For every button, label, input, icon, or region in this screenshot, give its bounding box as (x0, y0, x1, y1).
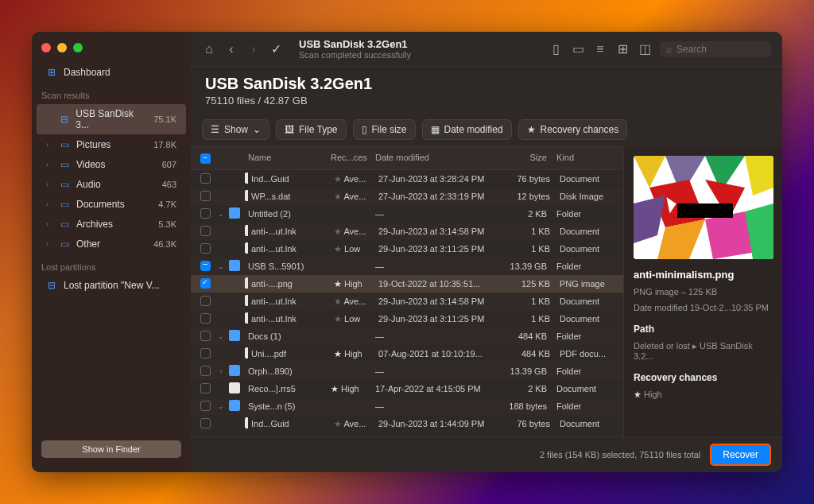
file-row[interactable]: Ind...Guid★ Ave...29-Jun-2023 at 1:44:09… (191, 415, 623, 432)
row-checkbox[interactable] (200, 383, 211, 394)
file-row[interactable]: Ind...Guid★ Ave...27-Jun-2023 at 3:28:24… (191, 170, 623, 188)
dashboard-link[interactable]: ⊞ Dashboard (37, 63, 186, 82)
file-row[interactable]: anti-...ut.lnk★ Ave...29-Jun-2023 at 3:1… (191, 293, 623, 310)
file-name: Ind...Guid (248, 417, 331, 431)
recovery-chance (328, 211, 372, 216)
item-count: 607 (162, 160, 176, 169)
file-size: 12 bytes (507, 189, 553, 204)
expand-toggle[interactable] (216, 194, 232, 199)
expand-toggle[interactable] (216, 299, 232, 304)
row-checkbox[interactable] (200, 296, 211, 306)
recovery-value: ★ High (634, 390, 773, 400)
file-row[interactable]: ⌄USB S...5901)—13.39 GBFolder (191, 258, 623, 275)
file-row[interactable]: anti-...ut.lnk★ Low29-Jun-2023 at 3:11:2… (191, 240, 623, 258)
recovery-header[interactable]: Rec...ces (328, 150, 372, 166)
file-row[interactable]: ⌄Syste...n (5)—188 bytesFolder (191, 397, 623, 415)
document-view-icon[interactable]: ▯ (548, 42, 563, 56)
maximize-window[interactable] (73, 43, 83, 52)
name-header[interactable]: Name (245, 150, 328, 166)
sidebar-item-audio[interactable]: ›▭Audio463 (37, 175, 186, 194)
checkbox-header[interactable]: − (197, 150, 216, 166)
date-header[interactable]: Date modified (372, 150, 504, 166)
expand-toggle[interactable]: ⌄ (216, 260, 229, 273)
expand-toggle[interactable] (216, 176, 232, 181)
recovery-chance (328, 264, 372, 269)
file-size: 188 bytes (504, 399, 550, 413)
file-rows[interactable]: Ind...Guid★ Ave...27-Jun-2023 at 3:28:24… (191, 170, 623, 436)
file-row[interactable]: Reco...].rrs5★ High17-Apr-2022 at 4:15:0… (191, 380, 623, 397)
filetype-filter[interactable]: 🖼File Type (276, 119, 346, 140)
file-kind: Folder (550, 207, 617, 221)
file-row[interactable]: anti-...ut.lnk★ Ave...29-Jun-2023 at 3:1… (191, 223, 623, 240)
home-icon[interactable]: ⌂ (202, 42, 216, 56)
sidebar-item-documents[interactable]: ›▭Documents4.7K (37, 195, 186, 214)
expand-toggle[interactable] (216, 351, 232, 356)
list-view-icon[interactable]: ≡ (593, 42, 607, 56)
lost-partition-item[interactable]: ⊟ Lost partition "New V... (37, 276, 186, 295)
file-row[interactable]: anti-....png★ High19-Oct-2022 at 10:35:5… (191, 275, 623, 293)
item-count: 17.8K (153, 140, 176, 149)
show-filter[interactable]: ☰Show⌄ (202, 119, 269, 140)
row-checkbox[interactable] (200, 401, 211, 411)
row-checkbox[interactable] (200, 243, 211, 254)
expand-toggle[interactable]: › (216, 365, 229, 378)
size-header[interactable]: Size (504, 150, 550, 166)
file-row[interactable]: Uni....pdf★ High07-Aug-2021 at 10:10:19.… (191, 345, 623, 362)
file-row[interactable]: anti-...ut.lnk★ Low29-Jun-2023 at 3:11:2… (191, 310, 623, 328)
file-row[interactable]: WP...s.dat★ Ave...27-Jun-2023 at 2:33:19… (191, 188, 623, 205)
expand-toggle[interactable]: ⌄ (216, 207, 229, 220)
forward-icon[interactable]: › (246, 42, 261, 56)
row-checkbox[interactable] (200, 348, 211, 359)
sidebar-item-videos[interactable]: ›▭Videos607 (37, 155, 186, 174)
recovery-filter[interactable]: ★Recovery chances (518, 119, 628, 140)
minimize-window[interactable] (57, 43, 67, 52)
row-checkbox[interactable] (200, 208, 211, 219)
close-window[interactable] (41, 43, 51, 52)
file-row[interactable]: ⌄Docs (1)—484 KBFolder (191, 328, 623, 345)
sidebar-item-other[interactable]: ›▭Other46.3K (37, 235, 186, 254)
expand-toggle[interactable] (216, 316, 232, 321)
folder-icon (229, 260, 240, 271)
kind-header[interactable]: Kind (550, 150, 617, 166)
date-modified: 29-Jun-2023 at 3:11:25 PM (375, 242, 507, 256)
filesize-filter[interactable]: ▯File size (353, 119, 416, 140)
lost-partitions-label: Lost partitions (32, 254, 191, 275)
row-checkbox[interactable] (200, 191, 211, 201)
expand-toggle[interactable] (216, 421, 232, 426)
back-icon[interactable]: ‹ (224, 42, 238, 56)
sidebar-item-archives[interactable]: ›▭Archives5.3K (37, 215, 186, 234)
datemod-filter[interactable]: ▦Date modified (422, 119, 512, 140)
search-input[interactable]: ⌕ Search (660, 41, 771, 57)
expand-toggle[interactable]: ⌄ (216, 330, 229, 343)
file-row[interactable]: ›Orph...890)—13.39 GBFolder (191, 362, 623, 380)
file-name: anti-....png (248, 277, 331, 291)
row-checkbox[interactable] (200, 261, 211, 271)
row-checkbox[interactable] (200, 331, 211, 341)
row-checkbox[interactable] (200, 278, 211, 289)
expand-icon: › (46, 141, 52, 149)
expand-toggle[interactable] (216, 386, 229, 391)
sidebar-item-pictures[interactable]: ›▭Pictures17.8K (37, 135, 186, 154)
expand-toggle[interactable] (216, 246, 232, 251)
folder-view-icon[interactable]: ▭ (571, 42, 585, 56)
expand-toggle[interactable] (216, 281, 232, 286)
row-checkbox[interactable] (200, 173, 211, 184)
file-name: Uni....pdf (248, 347, 331, 361)
expand-toggle[interactable]: ⌄ (216, 400, 229, 413)
expand-toggle[interactable] (216, 229, 232, 234)
show-in-finder-button[interactable]: Show in Finder (41, 440, 181, 458)
file-list: − Name Rec...ces Date modified Size Kind… (191, 146, 623, 436)
row-checkbox[interactable] (200, 366, 211, 376)
sidebar-item-usb-sandisk-[interactable]: ⊟USB SanDisk 3...75.1K (37, 104, 186, 134)
grid-view-icon[interactable]: ⊞ (615, 42, 630, 56)
file-row[interactable]: ⌄Untitled (2)—2 KBFolder (191, 205, 623, 223)
row-checkbox[interactable] (200, 313, 211, 324)
recover-button[interactable]: Recover (710, 444, 771, 466)
row-checkbox[interactable] (200, 418, 211, 428)
dashboard-icon: ⊞ (46, 67, 57, 78)
date-modified: 29-Jun-2023 at 1:44:09 PM (375, 417, 507, 431)
file-size: 1 KB (507, 294, 553, 308)
file-name: anti-...ut.lnk (248, 242, 331, 256)
columns-view-icon[interactable]: ◫ (638, 42, 652, 56)
row-checkbox[interactable] (200, 226, 211, 236)
